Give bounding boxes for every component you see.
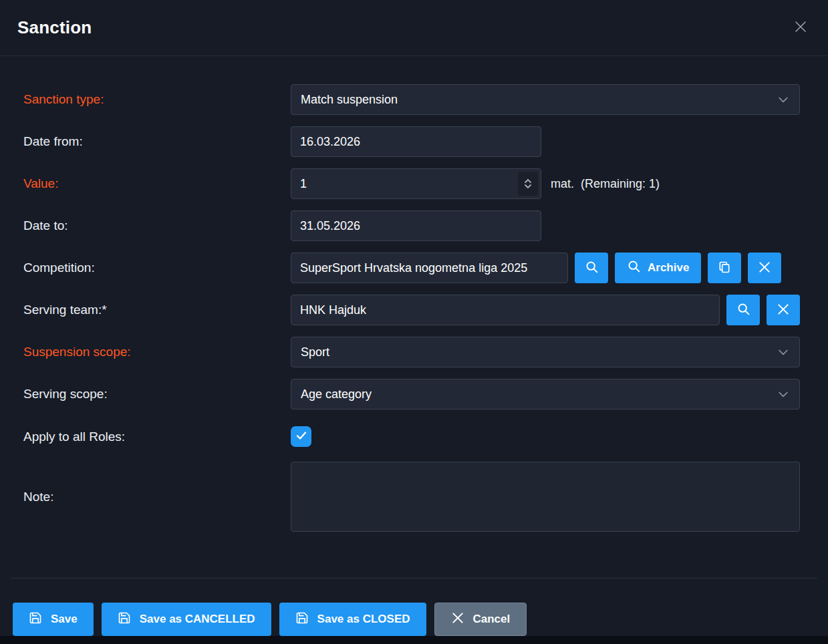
suspension-scope-value: Sport <box>301 345 329 359</box>
serving-scope-select[interactable]: Age category <box>291 379 800 410</box>
copy-icon <box>718 261 731 276</box>
save-icon <box>295 611 309 628</box>
apply-roles-label: Apply to all Roles: <box>23 430 291 444</box>
cancel-button-label: Cancel <box>473 613 511 626</box>
save-button[interactable]: Save <box>13 603 94 636</box>
serving-scope-label: Serving scope: <box>23 387 291 401</box>
cancel-button[interactable]: Cancel <box>434 603 527 636</box>
date-from-row: Date from: <box>23 126 800 157</box>
apply-roles-row: Apply to all Roles: <box>23 426 800 447</box>
x-icon <box>451 611 464 628</box>
suspension-scope-select[interactable]: Sport <box>291 337 800 367</box>
note-label: Note: <box>23 490 291 504</box>
save-as-closed-label: Save as CLOSED <box>317 613 410 626</box>
search-icon <box>627 259 641 277</box>
value-row: Value: mat. (Remaining: 1) <box>23 168 800 199</box>
x-icon <box>777 303 790 318</box>
serving-team-search-button[interactable] <box>726 295 760 325</box>
value-spinner[interactable] <box>518 172 538 196</box>
date-from-label: Date from: <box>23 134 291 149</box>
spinner-up-icon[interactable] <box>524 178 532 184</box>
sanction-dialog: Sanction Sanction type: Match suspension… <box>0 0 828 636</box>
spinner-down-icon[interactable] <box>524 184 532 189</box>
dialog-header: Sanction <box>0 0 828 56</box>
save-as-closed-button[interactable]: Save as CLOSED <box>279 603 426 636</box>
chevron-down-icon <box>777 345 790 359</box>
competition-search-button[interactable] <box>575 253 608 283</box>
suspension-scope-label: Suspension scope: <box>23 345 291 359</box>
chevron-down-icon <box>777 93 790 106</box>
serving-team-label: Serving team:* <box>23 303 291 317</box>
save-icon <box>118 611 131 628</box>
sanction-type-row: Sanction type: Match suspension <box>23 84 800 115</box>
value-label: Value: <box>23 176 291 191</box>
serving-team-row: Serving team:* <box>23 295 800 325</box>
x-icon <box>758 261 771 276</box>
archive-button-label: Archive <box>648 261 689 275</box>
date-to-row: Date to: <box>23 210 800 241</box>
dialog-footer: Save Save as CANCELLED Save as CLOSED Ca… <box>0 579 828 636</box>
sanction-type-label: Sanction type: <box>23 92 291 107</box>
apply-roles-checkbox[interactable] <box>291 426 311 447</box>
value-stepper <box>291 168 541 199</box>
competition-clear-button[interactable] <box>748 253 781 283</box>
search-icon <box>736 302 750 318</box>
dialog-title: Sanction <box>17 17 92 38</box>
date-from-input[interactable] <box>291 126 541 157</box>
suspension-scope-row: Suspension scope: Sport <box>23 337 800 367</box>
check-icon <box>295 430 307 444</box>
serving-team-clear-button[interactable] <box>767 295 800 325</box>
sanction-form: Sanction type: Match suspension Date fro… <box>0 56 828 562</box>
value-input[interactable] <box>291 169 515 198</box>
date-to-label: Date to: <box>23 218 291 233</box>
note-input[interactable] <box>291 462 800 532</box>
value-suffix: mat. (Remaining: 1) <box>551 177 660 191</box>
chevron-down-icon <box>777 387 790 401</box>
competition-row: Competition: Archive <box>23 253 800 283</box>
competition-input[interactable] <box>291 253 568 283</box>
save-as-cancelled-label: Save as CANCELLED <box>140 613 255 626</box>
close-button[interactable] <box>791 18 811 38</box>
competition-label: Competition: <box>23 261 291 275</box>
save-icon <box>29 611 42 628</box>
competition-copy-button[interactable] <box>708 253 741 283</box>
save-as-cancelled-button[interactable]: Save as CANCELLED <box>102 603 271 636</box>
competition-archive-button[interactable]: Archive <box>615 253 701 283</box>
serving-scope-row: Serving scope: Age category <box>23 379 800 410</box>
sanction-type-value: Match suspension <box>301 93 398 107</box>
serving-team-input[interactable] <box>291 295 720 325</box>
close-icon <box>793 19 809 37</box>
date-to-input[interactable] <box>291 210 541 241</box>
note-row: Note: <box>23 462 800 532</box>
search-icon <box>585 260 599 276</box>
serving-scope-value: Age category <box>301 387 372 401</box>
sanction-type-select[interactable]: Match suspension <box>291 84 800 115</box>
save-button-label: Save <box>51 613 78 626</box>
